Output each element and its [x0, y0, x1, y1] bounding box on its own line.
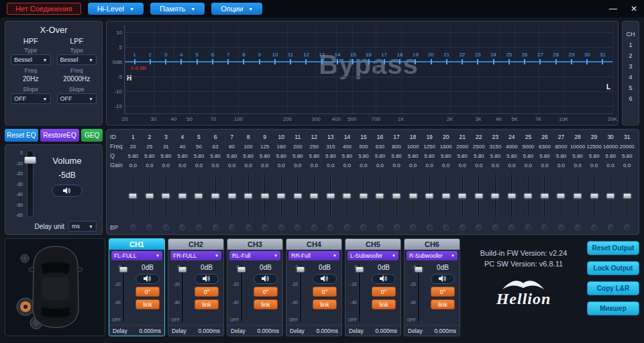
band-bypass[interactable] — [470, 224, 487, 230]
band-bypass[interactable] — [289, 224, 306, 230]
mute-button[interactable] — [254, 274, 278, 284]
eq-point-handle[interactable] — [399, 59, 400, 64]
channel-fader-track[interactable] — [122, 264, 125, 323]
channel-header[interactable]: CH2 — [168, 239, 223, 250]
band-bypass[interactable] — [158, 224, 174, 230]
fader-handle[interactable] — [623, 193, 631, 199]
band-fader[interactable] — [520, 170, 537, 222]
fader-handle[interactable] — [557, 193, 566, 199]
bypass-knob[interactable] — [130, 224, 136, 230]
delay-value[interactable]: 0.000ms — [257, 328, 279, 334]
band-fader[interactable] — [256, 170, 273, 222]
channel-header[interactable]: CH1 — [109, 239, 164, 250]
eq-point-handle[interactable] — [384, 59, 385, 64]
fader-handle[interactable] — [409, 193, 417, 199]
eq-point-handle[interactable] — [352, 59, 354, 64]
fader-handle[interactable] — [458, 193, 467, 199]
band-fader[interactable] — [437, 170, 454, 222]
band-bypass[interactable] — [553, 224, 570, 230]
channel-fader-track[interactable] — [358, 264, 361, 323]
volume-fader-handle[interactable] — [24, 156, 36, 164]
bypass-knob[interactable] — [377, 224, 383, 230]
fader-handle[interactable] — [343, 193, 352, 199]
channel-fader-track[interactable] — [181, 264, 184, 323]
geq-button[interactable]: GEQ — [81, 129, 103, 142]
bypass-knob[interactable] — [492, 224, 498, 230]
delay-value[interactable]: 0.000ms — [434, 328, 456, 334]
band-fader[interactable] — [289, 170, 306, 222]
band-fader[interactable] — [240, 170, 257, 222]
band-fader[interactable] — [504, 170, 521, 222]
link-button[interactable]: link — [136, 299, 160, 309]
delay-value[interactable]: 0.000ms — [198, 328, 220, 334]
band-fader[interactable] — [273, 170, 290, 222]
fader-handle[interactable] — [425, 193, 434, 199]
band-fader[interactable] — [223, 170, 240, 222]
band-bypass[interactable] — [223, 224, 240, 230]
phase-button[interactable]: 0° — [313, 287, 337, 297]
source-select[interactable]: RL-Full▼ — [229, 251, 280, 260]
band-bypass[interactable] — [520, 224, 537, 230]
band-fader[interactable] — [602, 170, 619, 222]
eq-point-handle[interactable] — [368, 59, 370, 64]
band-fader[interactable] — [372, 170, 388, 222]
fader-handle[interactable] — [474, 193, 483, 199]
bypass-knob[interactable] — [541, 224, 547, 230]
bypass-knob[interactable] — [327, 224, 333, 230]
band-bypass[interactable] — [323, 224, 339, 230]
eq-point-handle[interactable] — [415, 59, 416, 64]
hpf-freq-value[interactable]: 20Hz — [23, 74, 38, 84]
band-bypass[interactable] — [174, 224, 191, 230]
band-bypass[interactable] — [356, 224, 372, 230]
bypass-knob[interactable] — [558, 224, 564, 230]
minimize-button[interactable]: — — [609, 4, 617, 13]
lpf-freq-value[interactable]: 20000Hz — [63, 74, 90, 84]
phase-button[interactable]: 0° — [254, 287, 278, 297]
band-fader[interactable] — [388, 170, 405, 222]
channel-fader-track[interactable] — [240, 264, 243, 323]
channel-header[interactable]: CH6 — [405, 239, 460, 250]
fader-handle[interactable] — [145, 193, 154, 199]
band-bypass[interactable] — [586, 224, 602, 230]
band-bypass[interactable] — [339, 224, 356, 230]
close-button[interactable]: ✕ — [631, 4, 637, 13]
band-bypass[interactable] — [273, 224, 290, 230]
fader-handle[interactable] — [491, 193, 500, 199]
lpf-slope-select[interactable]: OFF▼ — [57, 93, 97, 104]
eq-point-handle[interactable] — [493, 59, 494, 64]
fader-handle[interactable] — [227, 193, 236, 199]
channel-fader-track[interactable] — [299, 264, 302, 323]
volume-fader[interactable] — [27, 150, 34, 217]
mute-button[interactable] — [372, 274, 396, 284]
band-bypass[interactable] — [504, 224, 521, 230]
eq-point-handle[interactable] — [165, 59, 166, 64]
eq-point-handle[interactable] — [477, 59, 478, 64]
eq-point-handle[interactable] — [446, 59, 447, 64]
bypass-knob[interactable] — [608, 224, 614, 230]
fader-handle[interactable] — [178, 193, 186, 199]
fader-handle[interactable] — [376, 193, 384, 199]
band-fader[interactable] — [405, 170, 421, 222]
link-button[interactable]: link — [313, 299, 337, 309]
band-fader[interactable] — [125, 170, 142, 222]
fader-handle[interactable] — [260, 193, 269, 199]
band-bypass[interactable] — [421, 224, 438, 230]
eq-point-handle[interactable] — [212, 59, 213, 64]
source-select[interactable]: R-Subwoofer▼ — [407, 251, 458, 260]
link-button[interactable]: link — [195, 299, 219, 309]
bypass-knob[interactable] — [196, 224, 202, 230]
band-bypass[interactable] — [537, 224, 553, 230]
bypass-knob[interactable] — [213, 224, 219, 230]
channel-fader-handle[interactable] — [178, 266, 187, 273]
eq-point-handle[interactable] — [462, 59, 463, 64]
channel-fader-handle[interactable] — [356, 266, 364, 273]
bypass-knob[interactable] — [311, 224, 317, 230]
graph-channel-6[interactable]: 6 — [629, 93, 632, 104]
band-bypass[interactable] — [570, 224, 586, 230]
channel-header[interactable]: CH3 — [227, 239, 282, 250]
eq-point-handle[interactable] — [586, 59, 588, 64]
band-bypass[interactable] — [125, 224, 142, 230]
fader-handle[interactable] — [574, 193, 582, 199]
band-bypass[interactable] — [437, 224, 454, 230]
eq-point-handle[interactable] — [274, 59, 276, 64]
